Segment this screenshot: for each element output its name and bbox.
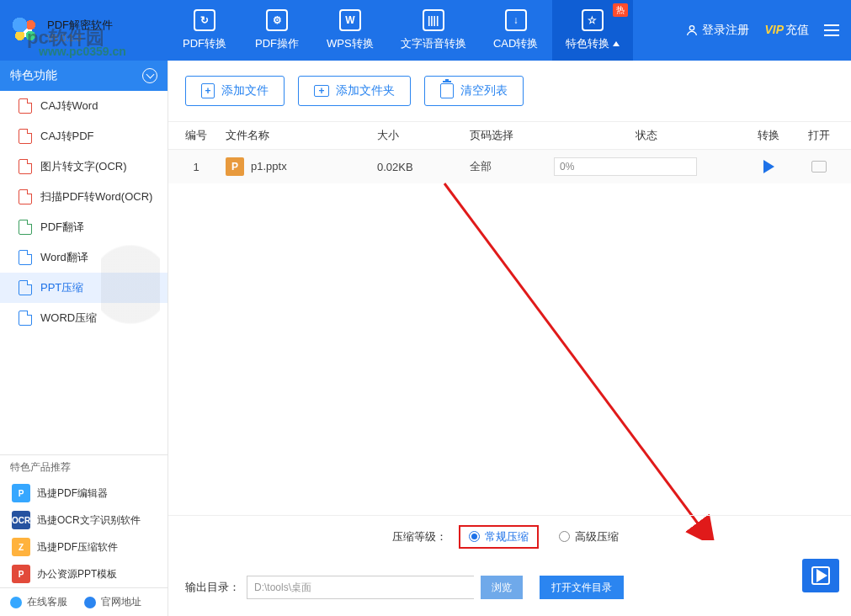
- col-status: 状态: [554, 128, 739, 143]
- sidebar-item-6[interactable]: PPT压缩: [0, 273, 168, 303]
- refresh-icon: ↻: [194, 9, 215, 31]
- tab-wps-convert[interactable]: W WPS转换: [313, 0, 387, 61]
- output-row: 输出目录： 浏览 打开文件目录: [168, 571, 851, 604]
- convert-button[interactable]: [763, 160, 774, 173]
- svg-line-1: [444, 183, 700, 527]
- support-link[interactable]: 在线客服: [27, 595, 67, 609]
- tab-text-voice[interactable]: |||| 文字语音转换: [387, 0, 480, 61]
- app-version: V8.0.1.3: [47, 33, 113, 43]
- sidebar-item-3[interactable]: 扫描PDF转Word(OCR): [0, 182, 168, 212]
- file-icon: [19, 129, 32, 144]
- sidebar-item-label: CAJ转PDF: [40, 129, 94, 144]
- col-name: 文件名称: [217, 128, 377, 143]
- sidebar-item-label: PPT压缩: [40, 280, 83, 295]
- app-logo-icon: [8, 13, 42, 47]
- folder-plus-icon: [314, 85, 329, 97]
- tab-pdf-operate[interactable]: ⚙ PDF操作: [241, 0, 313, 61]
- tab-pdf-convert[interactable]: ↻ PDF转换: [168, 0, 241, 61]
- promo-list: P迅捷PDF编辑器OCR迅捷OCR文字识别软件Z迅捷PDF压缩软件P办公资源PP…: [0, 480, 168, 587]
- browse-button[interactable]: 浏览: [481, 576, 523, 599]
- toolbar: 添加文件 添加文件夹 清空列表: [168, 61, 851, 121]
- promo-item-3[interactable]: P办公资源PPT模板: [0, 560, 168, 587]
- promo-label: 办公资源PPT模板: [37, 567, 117, 581]
- ie-icon: [84, 597, 96, 608]
- output-path-input[interactable]: [247, 576, 474, 599]
- radio-icon: [469, 531, 480, 542]
- sidebar-header[interactable]: 特色功能: [0, 61, 168, 91]
- col-convert: 转换: [739, 128, 798, 143]
- star-icon: ☆: [582, 9, 604, 31]
- add-file-button[interactable]: 添加文件: [185, 76, 285, 106]
- start-button[interactable]: [802, 559, 839, 592]
- promo-label: 迅捷PDF压缩软件: [37, 540, 118, 555]
- tab-special-convert[interactable]: 热 ☆ 特色转换: [552, 0, 633, 61]
- promo-icon: P: [12, 565, 30, 583]
- file-icon: [19, 280, 32, 295]
- sidebar-item-label: Word翻译: [40, 250, 88, 265]
- promo-icon: OCR: [12, 511, 30, 529]
- row-no: 1: [175, 161, 217, 173]
- promo-item-2[interactable]: Z迅捷PDF压缩软件: [0, 534, 168, 560]
- svg-point-0: [690, 26, 694, 30]
- col-open: 打开: [798, 128, 840, 143]
- row-name: Pp1.pptx: [217, 157, 377, 176]
- file-icon: [19, 189, 32, 204]
- annotation-arrow-icon: [439, 178, 726, 540]
- login-button[interactable]: 登录注册: [685, 23, 749, 38]
- file-icon: [19, 250, 32, 265]
- compress-level-row: 压缩等级： 常规压缩 高级压缩: [168, 515, 851, 557]
- promo-icon: P: [12, 484, 30, 502]
- table-row[interactable]: 1 Pp1.pptx 0.02KB 全部: [168, 150, 851, 183]
- chevron-down-icon: [142, 68, 157, 83]
- sidebar-item-1[interactable]: CAJ转PDF: [0, 121, 168, 151]
- file-plus-icon: [201, 83, 215, 98]
- file-icon: [19, 159, 32, 174]
- radio-normal-compress[interactable]: 常规压缩: [459, 525, 539, 549]
- col-no: 编号: [175, 128, 217, 143]
- sidebar-item-7[interactable]: WORD压缩: [0, 303, 168, 333]
- row-size: 0.02KB: [377, 161, 470, 173]
- hot-badge: 热: [613, 3, 628, 17]
- row-page[interactable]: 全部: [470, 159, 554, 174]
- sidebar-list: CAJ转WordCAJ转PDF图片转文字(OCR)扫描PDF转Word(OCR)…: [0, 91, 168, 333]
- file-icon: [19, 98, 32, 114]
- row-status: [554, 157, 739, 176]
- main-area: 添加文件 添加文件夹 清空列表 编号 文件名称 大小 页码选择 状态 转换 打开…: [168, 61, 851, 616]
- file-icon: [19, 311, 32, 326]
- clear-list-button[interactable]: 清空列表: [424, 76, 524, 106]
- promo-item-1[interactable]: OCR迅捷OCR文字识别软件: [0, 507, 168, 534]
- compress-label: 压缩等级：: [392, 529, 447, 544]
- sidebar-item-label: CAJ转Word: [40, 98, 98, 114]
- progress-field: [554, 157, 697, 176]
- app-title: PDF解密软件: [47, 18, 113, 33]
- sidebar-item-4[interactable]: PDF翻译: [0, 212, 168, 242]
- website-link[interactable]: 官网地址: [101, 595, 141, 609]
- add-folder-button[interactable]: 添加文件夹: [298, 76, 411, 106]
- sidebar-item-label: 扫描PDF转Word(OCR): [40, 189, 152, 204]
- promo-item-0[interactable]: P迅捷PDF编辑器: [0, 480, 168, 507]
- radio-advanced-compress[interactable]: 高级压缩: [550, 527, 627, 547]
- menu-icon[interactable]: [824, 24, 839, 36]
- app-header: PDF解密软件 V8.0.1.3 pc软件园 www.pc0359.cn ↻ P…: [0, 0, 851, 61]
- radio-icon: [559, 531, 570, 542]
- file-icon: [19, 220, 32, 235]
- open-folder-button[interactable]: 打开文件目录: [540, 576, 624, 599]
- col-page: 页码选择: [470, 128, 554, 143]
- table-header: 编号 文件名称 大小 页码选择 状态 转换 打开: [168, 121, 851, 150]
- open-folder-button[interactable]: [811, 161, 827, 173]
- sidebar-item-2[interactable]: 图片转文字(OCR): [0, 151, 168, 182]
- promo-label: 迅捷OCR文字识别软件: [37, 513, 141, 528]
- tab-cad-convert[interactable]: ↓ CAD转换: [480, 0, 552, 61]
- sidebar-item-label: WORD压缩: [40, 311, 97, 326]
- promo-header: 特色产品推荐: [0, 454, 168, 480]
- sidebar-item-5[interactable]: Word翻译: [0, 242, 168, 273]
- wps-icon: W: [339, 9, 361, 31]
- vip-recharge-button[interactable]: VIP充值: [764, 23, 809, 38]
- person-icon: [685, 24, 699, 37]
- gear-icon: ⚙: [266, 9, 288, 31]
- wave-icon: ||||: [423, 9, 444, 31]
- promo-label: 迅捷PDF编辑器: [37, 486, 108, 501]
- header-tabs: ↻ PDF转换 ⚙ PDF操作 W WPS转换 |||| 文字语音转换 ↓ CA…: [168, 0, 633, 61]
- support-icon: [10, 597, 22, 608]
- sidebar-item-0[interactable]: CAJ转Word: [0, 91, 168, 121]
